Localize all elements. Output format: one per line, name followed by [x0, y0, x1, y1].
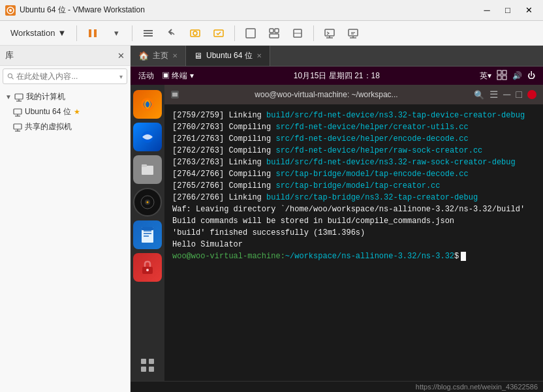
thunderbird-icon[interactable]: [133, 123, 162, 151]
svg-rect-52: [141, 359, 146, 364]
svg-rect-16: [325, 29, 334, 36]
terminal-menu-icon: [171, 91, 179, 98]
terminal-line-7: [2765/2766] Compiling src/tap-bridge/mod…: [172, 180, 535, 192]
remote-icon: [347, 27, 359, 39]
svg-rect-4: [144, 30, 153, 31]
sidebar-search-input[interactable]: [16, 72, 117, 81]
svg-rect-41: [142, 164, 147, 167]
snapshot2-button[interactable]: [208, 24, 229, 42]
sidebar: 库 ✕ ▾ ▼ 我的计算机: [0, 46, 131, 392]
content-area: 🏠 主页 ✕ 🖥 Ubuntu 64 位 ✕ 活动 ▣ 终端 ▾ 10月15日 …: [131, 46, 543, 392]
apps-grid-icon[interactable]: [133, 351, 162, 380]
minimize-button[interactable]: ─: [478, 4, 496, 17]
tab-home-close-icon[interactable]: ✕: [172, 52, 178, 59]
dropdown-arrow-icon: ▼: [57, 28, 66, 38]
svg-rect-35: [497, 76, 501, 80]
files-icon[interactable]: [133, 155, 162, 184]
terminal-window: woo@woo-virtual-machine: ~/workspac... 🔍…: [164, 85, 543, 381]
snapshot2-icon: [213, 27, 225, 39]
ubuntu-top-right: 英▾ 🔊 ⏻: [480, 70, 535, 82]
terminal-window-controls: [171, 91, 179, 98]
desktop-area: woo@woo-virtual-machine: ~/workspac... 🔍…: [131, 85, 543, 381]
workstation-menu[interactable]: Workstation ▼: [5, 25, 71, 40]
console-icon: [324, 27, 335, 39]
remote-button[interactable]: [343, 24, 364, 42]
svg-rect-13: [270, 34, 279, 38]
sidebar-search-box[interactable]: ▾: [3, 68, 127, 84]
toolbar-separator-2: [132, 25, 132, 41]
vm-icon: [13, 108, 22, 117]
tab-ubuntu-close-icon[interactable]: ✕: [256, 52, 262, 59]
revert-icon: [166, 27, 178, 39]
vm-display[interactable]: 活动 ▣ 终端 ▾ 10月15日 星期四 21：18 英▾ 🔊 ⏻: [131, 67, 543, 392]
terminal-line-9: Waf: Leaving directory `/home/woo/worksp…: [172, 204, 535, 215]
svg-rect-54: [141, 367, 146, 372]
terminal-title: woo@woo-virtual-machine: ~/workspac...: [179, 90, 474, 99]
writer-icon[interactable]: [133, 220, 162, 249]
terminal-close-button[interactable]: [527, 90, 536, 99]
chevron-down-icon: ▾: [114, 28, 119, 38]
sidebar-item-mycomputer[interactable]: ▼ 我的计算机: [0, 89, 130, 104]
window-controls: ─ □ ✕: [478, 4, 538, 17]
terminal-search-icon[interactable]: 🔍: [474, 90, 484, 100]
console-button[interactable]: [319, 24, 340, 42]
terminal-line-12: Hello Simulator: [172, 239, 535, 250]
svg-rect-3: [94, 29, 97, 37]
sidebar-close-button[interactable]: ✕: [117, 51, 125, 61]
scale-icon: [292, 27, 303, 39]
settings-icon: [142, 27, 154, 39]
tab-ubuntu-label: Ubuntu 64 位: [206, 50, 253, 61]
terminal-menu-btn-icon[interactable]: ☰: [489, 89, 498, 100]
svg-rect-12: [275, 29, 279, 33]
svg-point-44: [147, 202, 149, 204]
svg-rect-40: [142, 166, 153, 175]
svg-point-22: [8, 74, 12, 78]
keyring-icon[interactable]: [133, 253, 162, 282]
tab-ubuntu[interactable]: 🖥 Ubuntu 64 位 ✕: [186, 46, 270, 66]
svg-line-23: [12, 78, 14, 80]
terminal-line-11: 'build' finished successfully (13m1.396s…: [172, 227, 535, 239]
search-icon: [7, 72, 14, 80]
terminal-line-4: [2762/2763] Compiling src/fd-net-device/…: [172, 145, 535, 157]
toolbar-separator-3: [234, 25, 235, 41]
svg-point-51: [146, 269, 149, 271]
pause-button[interactable]: [82, 24, 103, 42]
toolbar-separator-4: [313, 25, 314, 41]
snapshot-button[interactable]: [185, 24, 206, 42]
toolbar-separator: [76, 25, 77, 41]
activities-label[interactable]: 活动: [138, 70, 154, 82]
expand-icon: ▼: [5, 93, 12, 100]
terminal-line-8: [2766/2766] Linking build/src/tap-bridge…: [172, 192, 535, 204]
shared-vm-icon: [13, 123, 22, 132]
svg-rect-24: [15, 94, 23, 99]
fullscreen-button[interactable]: [240, 24, 261, 42]
dropdown-pause-button[interactable]: ▾: [106, 24, 127, 42]
close-button[interactable]: ✕: [520, 4, 538, 17]
vm-settings-button[interactable]: [138, 24, 159, 42]
lang-indicator[interactable]: 英▾: [480, 70, 491, 82]
unity-button[interactable]: [264, 24, 285, 42]
sidebar-item-shared[interactable]: 共享的虚拟机: [0, 119, 130, 134]
revert-button[interactable]: [161, 24, 182, 42]
workstation-label: Workstation: [10, 28, 55, 38]
tab-bar: 🏠 主页 ✕ 🖥 Ubuntu 64 位 ✕: [131, 46, 543, 67]
terminal-line-6: [2764/2766] Compiling src/tap-bridge/mod…: [172, 168, 535, 180]
title-bar: Ubuntu 64 位 - VMware Workstation ─ □ ✕: [0, 0, 543, 21]
terminal-menu-label[interactable]: ▣ 终端 ▾: [162, 70, 194, 82]
status-url: https://blog.csdn.net/weixin_43622586: [416, 383, 538, 391]
terminal-minimize-btn[interactable]: ─: [503, 89, 510, 100]
status-bar: https://blog.csdn.net/weixin_43622586: [131, 381, 543, 392]
svg-rect-36: [503, 76, 506, 80]
terminal-body[interactable]: [2759/2759] Linking build/src/fd-net-dev…: [164, 104, 543, 381]
svg-rect-27: [14, 109, 22, 114]
firefox-icon[interactable]: [133, 90, 162, 119]
rhythmbox-icon[interactable]: [133, 188, 162, 217]
terminal-maximize-btn[interactable]: □: [516, 89, 522, 100]
sidebar-item-ubuntu[interactable]: Ubuntu 64 位 ★: [0, 104, 130, 119]
app-icon: [5, 5, 16, 16]
tab-home[interactable]: 🏠 主页 ✕: [131, 46, 186, 66]
scale-button[interactable]: [287, 24, 308, 42]
maximize-button[interactable]: □: [499, 4, 517, 17]
terminal-line-10: Build commands will be stored in build/c…: [172, 215, 535, 227]
favorite-star-icon: ★: [74, 108, 80, 116]
